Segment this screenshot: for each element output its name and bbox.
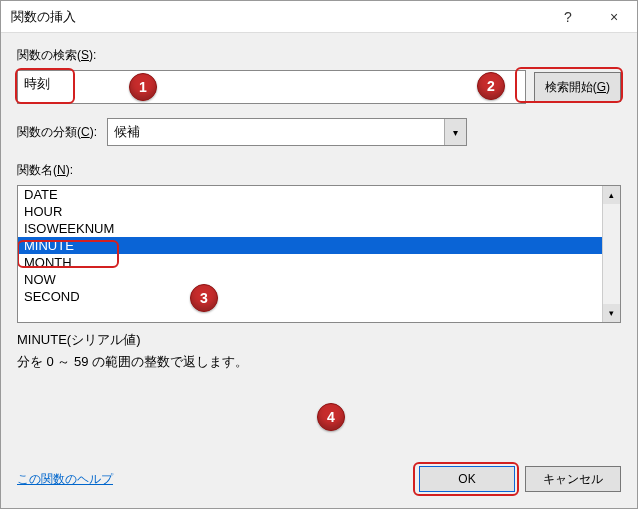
ok-button[interactable]: OK bbox=[419, 466, 515, 492]
function-help-link[interactable]: この関数のヘルプ bbox=[17, 471, 409, 488]
help-button[interactable]: ? bbox=[545, 1, 591, 33]
category-label: 関数の分類(C): bbox=[17, 124, 97, 141]
titlebar: 関数の挿入 ? × bbox=[1, 1, 637, 33]
annotation-badge-4: 4 bbox=[317, 403, 345, 431]
search-label: 関数の検索(S): bbox=[17, 47, 621, 64]
scroll-up-icon[interactable]: ▴ bbox=[603, 186, 620, 204]
category-select-value: 候補 bbox=[107, 118, 467, 146]
list-item[interactable]: ISOWEEKNUM bbox=[18, 220, 602, 237]
function-listbox[interactable]: DATEHOURISOWEEKNUMMINUTEMONTHNOWSECOND ▴… bbox=[17, 185, 621, 323]
dialog-footer: この関数のヘルプ OK キャンセル bbox=[1, 454, 637, 508]
category-select[interactable]: 候補 ▾ bbox=[107, 118, 467, 146]
list-item[interactable]: NOW bbox=[18, 271, 602, 288]
scrollbar[interactable]: ▴ ▾ bbox=[602, 186, 620, 322]
list-item[interactable]: DATE bbox=[18, 186, 602, 203]
listbox-content: DATEHOURISOWEEKNUMMINUTEMONTHNOWSECOND bbox=[18, 186, 602, 322]
list-item[interactable]: SECOND bbox=[18, 288, 602, 305]
insert-function-dialog: 関数の挿入 ? × 関数の検索(S): 時刻 検索開始(G) 1 2 関数の分類… bbox=[0, 0, 638, 509]
search-go-button[interactable]: 検索開始(G) bbox=[534, 72, 621, 102]
list-item[interactable]: MINUTE bbox=[18, 237, 602, 254]
dialog-title: 関数の挿入 bbox=[11, 8, 545, 26]
chevron-down-icon: ▾ bbox=[444, 119, 466, 145]
list-item[interactable]: MONTH bbox=[18, 254, 602, 271]
scroll-track[interactable] bbox=[603, 204, 620, 304]
function-signature: MINUTE(シリアル値) bbox=[17, 331, 621, 349]
close-button[interactable]: × bbox=[591, 1, 637, 33]
category-row: 関数の分類(C): 候補 ▾ bbox=[17, 118, 621, 146]
search-row: 時刻 検索開始(G) 1 2 bbox=[17, 70, 621, 104]
dialog-content: 関数の検索(S): 時刻 検索開始(G) 1 2 関数の分類(C): 候補 ▾ … bbox=[1, 33, 637, 454]
scroll-down-icon[interactable]: ▾ bbox=[603, 304, 620, 322]
spacer: 4 bbox=[17, 381, 621, 454]
function-description: 分を 0 ～ 59 の範囲の整数で返します。 bbox=[17, 353, 621, 371]
search-input[interactable]: 時刻 bbox=[17, 70, 526, 104]
cancel-button[interactable]: キャンセル bbox=[525, 466, 621, 492]
list-label: 関数名(N): bbox=[17, 162, 621, 179]
list-item[interactable]: HOUR bbox=[18, 203, 602, 220]
